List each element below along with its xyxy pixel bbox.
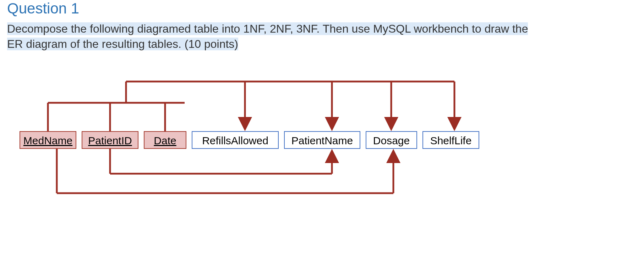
dependency-diagram: MedName PatientID Date RefillsAllowed Pa…	[0, 0, 644, 263]
attr-refillsallowed: RefillsAllowed	[192, 131, 279, 149]
key-patientid: PatientID	[82, 131, 138, 149]
key-medname: MedName	[20, 131, 76, 149]
attr-shelflife: ShelfLife	[422, 131, 479, 149]
key-date: Date	[144, 131, 186, 149]
attr-dosage: Dosage	[366, 131, 417, 149]
attr-patientname: PatientName	[284, 131, 360, 149]
